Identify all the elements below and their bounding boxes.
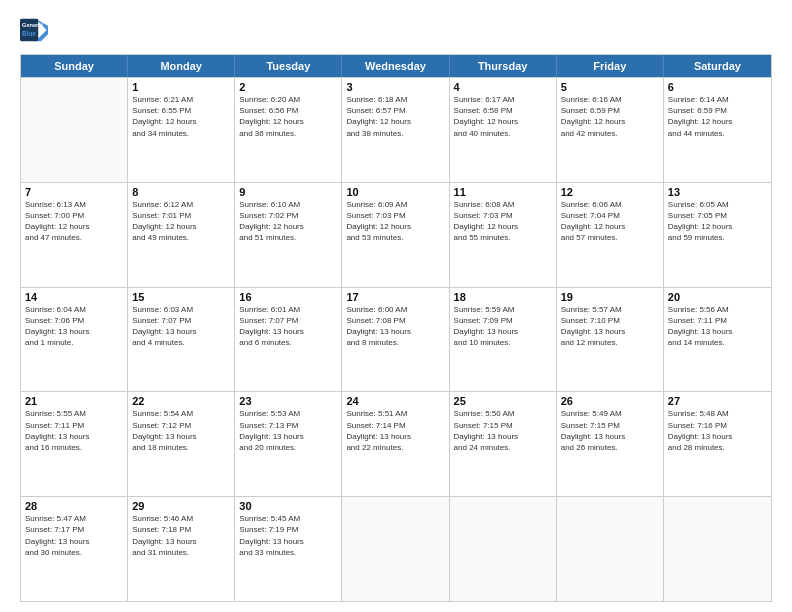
day-number: 3 — [346, 81, 444, 93]
svg-text:General: General — [22, 22, 43, 28]
day-info: Sunrise: 6:09 AM Sunset: 7:03 PM Dayligh… — [346, 199, 444, 244]
header-day-tuesday: Tuesday — [235, 55, 342, 77]
day-cell-13: 13Sunrise: 6:05 AM Sunset: 7:05 PM Dayli… — [664, 183, 771, 287]
day-cell-28: 28Sunrise: 5:47 AM Sunset: 7:17 PM Dayli… — [21, 497, 128, 601]
day-info: Sunrise: 5:56 AM Sunset: 7:11 PM Dayligh… — [668, 304, 767, 349]
day-number: 8 — [132, 186, 230, 198]
day-number: 13 — [668, 186, 767, 198]
day-info: Sunrise: 6:13 AM Sunset: 7:00 PM Dayligh… — [25, 199, 123, 244]
calendar-row-1: 7Sunrise: 6:13 AM Sunset: 7:00 PM Daylig… — [21, 182, 771, 287]
svg-text:Blue: Blue — [22, 30, 36, 37]
day-cell-9: 9Sunrise: 6:10 AM Sunset: 7:02 PM Daylig… — [235, 183, 342, 287]
day-info: Sunrise: 6:06 AM Sunset: 7:04 PM Dayligh… — [561, 199, 659, 244]
day-cell-19: 19Sunrise: 5:57 AM Sunset: 7:10 PM Dayli… — [557, 288, 664, 392]
day-cell-25: 25Sunrise: 5:50 AM Sunset: 7:15 PM Dayli… — [450, 392, 557, 496]
header-day-monday: Monday — [128, 55, 235, 77]
day-number: 23 — [239, 395, 337, 407]
day-info: Sunrise: 5:49 AM Sunset: 7:15 PM Dayligh… — [561, 408, 659, 453]
day-cell-23: 23Sunrise: 5:53 AM Sunset: 7:13 PM Dayli… — [235, 392, 342, 496]
calendar-row-4: 28Sunrise: 5:47 AM Sunset: 7:17 PM Dayli… — [21, 496, 771, 601]
day-number: 20 — [668, 291, 767, 303]
day-cell-22: 22Sunrise: 5:54 AM Sunset: 7:12 PM Dayli… — [128, 392, 235, 496]
day-number: 4 — [454, 81, 552, 93]
day-cell-8: 8Sunrise: 6:12 AM Sunset: 7:01 PM Daylig… — [128, 183, 235, 287]
header-day-wednesday: Wednesday — [342, 55, 449, 77]
day-info: Sunrise: 5:51 AM Sunset: 7:14 PM Dayligh… — [346, 408, 444, 453]
day-number: 15 — [132, 291, 230, 303]
day-number: 7 — [25, 186, 123, 198]
day-info: Sunrise: 5:57 AM Sunset: 7:10 PM Dayligh… — [561, 304, 659, 349]
day-info: Sunrise: 6:20 AM Sunset: 6:56 PM Dayligh… — [239, 94, 337, 139]
day-cell-16: 16Sunrise: 6:01 AM Sunset: 7:07 PM Dayli… — [235, 288, 342, 392]
day-number: 22 — [132, 395, 230, 407]
day-info: Sunrise: 6:18 AM Sunset: 6:57 PM Dayligh… — [346, 94, 444, 139]
day-cell-30: 30Sunrise: 5:45 AM Sunset: 7:19 PM Dayli… — [235, 497, 342, 601]
empty-cell-4-5 — [557, 497, 664, 601]
day-number: 29 — [132, 500, 230, 512]
day-info: Sunrise: 6:00 AM Sunset: 7:08 PM Dayligh… — [346, 304, 444, 349]
day-cell-18: 18Sunrise: 5:59 AM Sunset: 7:09 PM Dayli… — [450, 288, 557, 392]
day-cell-27: 27Sunrise: 5:48 AM Sunset: 7:16 PM Dayli… — [664, 392, 771, 496]
day-info: Sunrise: 6:01 AM Sunset: 7:07 PM Dayligh… — [239, 304, 337, 349]
day-cell-20: 20Sunrise: 5:56 AM Sunset: 7:11 PM Dayli… — [664, 288, 771, 392]
day-info: Sunrise: 6:04 AM Sunset: 7:06 PM Dayligh… — [25, 304, 123, 349]
day-number: 17 — [346, 291, 444, 303]
day-number: 18 — [454, 291, 552, 303]
day-info: Sunrise: 5:45 AM Sunset: 7:19 PM Dayligh… — [239, 513, 337, 558]
day-number: 14 — [25, 291, 123, 303]
day-info: Sunrise: 6:17 AM Sunset: 6:58 PM Dayligh… — [454, 94, 552, 139]
empty-cell-4-6 — [664, 497, 771, 601]
day-cell-15: 15Sunrise: 6:03 AM Sunset: 7:07 PM Dayli… — [128, 288, 235, 392]
page: General Blue SundayMondayTuesdayWednesda… — [0, 0, 792, 612]
day-number: 9 — [239, 186, 337, 198]
header-day-friday: Friday — [557, 55, 664, 77]
calendar-header: SundayMondayTuesdayWednesdayThursdayFrid… — [21, 55, 771, 77]
calendar-body: 1Sunrise: 6:21 AM Sunset: 6:55 PM Daylig… — [21, 77, 771, 601]
day-number: 30 — [239, 500, 337, 512]
day-number: 2 — [239, 81, 337, 93]
day-info: Sunrise: 6:03 AM Sunset: 7:07 PM Dayligh… — [132, 304, 230, 349]
day-cell-6: 6Sunrise: 6:14 AM Sunset: 6:59 PM Daylig… — [664, 78, 771, 182]
day-cell-3: 3Sunrise: 6:18 AM Sunset: 6:57 PM Daylig… — [342, 78, 449, 182]
day-number: 10 — [346, 186, 444, 198]
calendar-row-2: 14Sunrise: 6:04 AM Sunset: 7:06 PM Dayli… — [21, 287, 771, 392]
day-cell-24: 24Sunrise: 5:51 AM Sunset: 7:14 PM Dayli… — [342, 392, 449, 496]
day-info: Sunrise: 6:14 AM Sunset: 6:59 PM Dayligh… — [668, 94, 767, 139]
logo: General Blue — [20, 16, 50, 44]
day-cell-10: 10Sunrise: 6:09 AM Sunset: 7:03 PM Dayli… — [342, 183, 449, 287]
empty-cell-4-3 — [342, 497, 449, 601]
calendar-row-3: 21Sunrise: 5:55 AM Sunset: 7:11 PM Dayli… — [21, 391, 771, 496]
day-cell-21: 21Sunrise: 5:55 AM Sunset: 7:11 PM Dayli… — [21, 392, 128, 496]
day-number: 28 — [25, 500, 123, 512]
header-day-sunday: Sunday — [21, 55, 128, 77]
day-info: Sunrise: 6:08 AM Sunset: 7:03 PM Dayligh… — [454, 199, 552, 244]
header-day-thursday: Thursday — [450, 55, 557, 77]
header: General Blue — [20, 16, 772, 44]
day-info: Sunrise: 5:55 AM Sunset: 7:11 PM Dayligh… — [25, 408, 123, 453]
day-number: 12 — [561, 186, 659, 198]
day-info: Sunrise: 5:46 AM Sunset: 7:18 PM Dayligh… — [132, 513, 230, 558]
day-info: Sunrise: 6:05 AM Sunset: 7:05 PM Dayligh… — [668, 199, 767, 244]
empty-cell-0-0 — [21, 78, 128, 182]
day-info: Sunrise: 6:12 AM Sunset: 7:01 PM Dayligh… — [132, 199, 230, 244]
day-cell-5: 5Sunrise: 6:16 AM Sunset: 6:59 PM Daylig… — [557, 78, 664, 182]
day-number: 24 — [346, 395, 444, 407]
day-cell-26: 26Sunrise: 5:49 AM Sunset: 7:15 PM Dayli… — [557, 392, 664, 496]
day-cell-14: 14Sunrise: 6:04 AM Sunset: 7:06 PM Dayli… — [21, 288, 128, 392]
day-cell-29: 29Sunrise: 5:46 AM Sunset: 7:18 PM Dayli… — [128, 497, 235, 601]
day-info: Sunrise: 5:48 AM Sunset: 7:16 PM Dayligh… — [668, 408, 767, 453]
day-number: 21 — [25, 395, 123, 407]
day-cell-17: 17Sunrise: 6:00 AM Sunset: 7:08 PM Dayli… — [342, 288, 449, 392]
calendar: SundayMondayTuesdayWednesdayThursdayFrid… — [20, 54, 772, 602]
day-cell-1: 1Sunrise: 6:21 AM Sunset: 6:55 PM Daylig… — [128, 78, 235, 182]
logo-icon: General Blue — [20, 16, 48, 44]
day-cell-2: 2Sunrise: 6:20 AM Sunset: 6:56 PM Daylig… — [235, 78, 342, 182]
day-info: Sunrise: 6:16 AM Sunset: 6:59 PM Dayligh… — [561, 94, 659, 139]
day-number: 1 — [132, 81, 230, 93]
day-number: 11 — [454, 186, 552, 198]
day-cell-7: 7Sunrise: 6:13 AM Sunset: 7:00 PM Daylig… — [21, 183, 128, 287]
day-info: Sunrise: 5:50 AM Sunset: 7:15 PM Dayligh… — [454, 408, 552, 453]
day-number: 16 — [239, 291, 337, 303]
day-number: 27 — [668, 395, 767, 407]
day-number: 6 — [668, 81, 767, 93]
